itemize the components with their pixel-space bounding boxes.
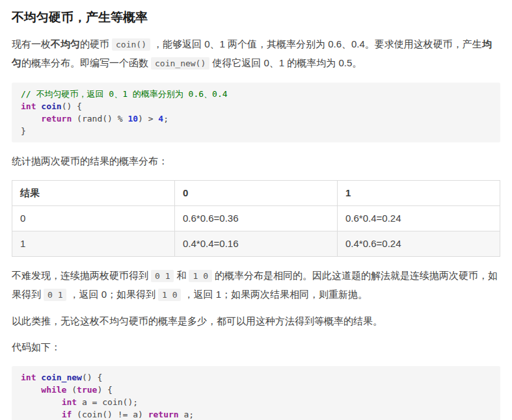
code-token-kw: int <box>62 397 77 407</box>
table-cell: 0 <box>12 206 175 231</box>
code-block-coin: // 不均匀硬币，返回 0、1 的概率分别为 0.6、0.4int coin()… <box>12 83 500 142</box>
inline-code: 0 1 <box>44 289 66 301</box>
code-line: } <box>21 125 491 137</box>
text-run: 的硬币 <box>80 38 109 49</box>
code-token-pl: } <box>21 126 26 136</box>
text-run: 和 <box>176 270 186 281</box>
code-token-pl: ; <box>163 114 168 124</box>
table-row: 10.4*0.4=0.160.4*0.6=0.24 <box>12 231 500 257</box>
code-token-kw: if <box>62 410 72 419</box>
code-token-fn: coin_new <box>41 373 82 382</box>
inline-code: 1 0 <box>158 289 181 301</box>
text-run: ，能够返回 0、1 两个值，其概率分别为 0.6、0.4。要求使用这枚硬币，产生 <box>153 38 482 49</box>
text-run: 现有一枚 <box>12 38 51 49</box>
code-line: if (coin() != a) return a; <box>21 408 491 420</box>
inline-code: 1 0 <box>189 270 211 282</box>
code-token-pl <box>21 410 62 419</box>
code-token-pl: () { <box>62 101 82 111</box>
code-token-pl: ( <box>66 385 77 395</box>
text-run: 的概率分布。即编写一个函数 <box>21 57 148 68</box>
probability-table-body: 00.6*0.6=0.360.6*0.4=0.2410.4*0.4=0.160.… <box>12 206 500 257</box>
code-line: int coin() { <box>21 100 491 112</box>
probability-table: 结果01 00.6*0.6=0.360.6*0.4=0.2410.4*0.4=0… <box>12 180 500 257</box>
code-token-kw: return <box>148 410 179 419</box>
code-token-cm: // 不均匀硬币，返回 0、1 的概率分别为 0.6、0.4 <box>21 89 228 99</box>
code-line: // 不均匀硬币，返回 0、1 的概率分别为 0.6、0.4 <box>21 88 491 100</box>
paragraph-intro: 现有一枚不均匀的硬币coin()，能够返回 0、1 两个值，其概率分别为 0.6… <box>12 35 500 73</box>
code-token-kw: while <box>41 385 66 395</box>
code-token-kw: return <box>41 114 72 124</box>
code-token-kw: int <box>21 101 36 111</box>
table-header-row: 结果01 <box>12 181 500 206</box>
table-header-cell: 结果 <box>12 181 175 206</box>
table-cell: 0.6*0.6=0.36 <box>175 206 338 231</box>
code-token-pl: () { <box>82 373 102 382</box>
code-token-pl: ) { <box>97 385 112 395</box>
text-run: 使得它返回 0、1 的概率均为 0.5。 <box>212 57 362 68</box>
inline-code: 0 1 <box>151 270 174 282</box>
code-token-pl: (rand() % <box>72 114 128 124</box>
code-token-pl: a = coin(); <box>77 397 138 407</box>
bold-text: 不均匀 <box>51 38 80 49</box>
code-line: return (rand() % 10) > 4; <box>21 112 491 125</box>
table-header-cell: 1 <box>338 181 500 206</box>
code-token-pl <box>21 385 41 395</box>
page-title: 不均匀硬币，产生等概率 <box>12 9 500 26</box>
code-token-pl: ) > <box>138 114 158 124</box>
code-token-pl: a; <box>179 410 194 419</box>
inline-code: coin() <box>112 38 150 51</box>
code-line: while (true) { <box>21 384 491 396</box>
paragraph-code-intro: 代码如下： <box>12 338 500 356</box>
code-line: int a = coin(); <box>21 396 491 408</box>
code-token-pl <box>21 397 62 407</box>
table-cell: 0.4*0.6=0.24 <box>338 231 500 257</box>
table-header-cell: 0 <box>175 181 338 206</box>
code-token-kw: true <box>77 385 97 395</box>
code-token-fn: coin <box>41 101 61 111</box>
text-run: ，返回 0；如果得到 <box>69 289 155 300</box>
text-run: 不难发现，连续抛两枚硬币得到 <box>12 270 148 281</box>
paragraph-table-caption: 统计抛两次硬币的结果的概率分布： <box>12 152 500 170</box>
paragraph-analysis: 不难发现，连续抛两枚硬币得到0 1和1 0的概率分布是相同的。因此这道题的解法就… <box>12 267 500 304</box>
table-cell: 0.4*0.4=0.16 <box>175 231 338 257</box>
code-token-kw: int <box>21 373 36 382</box>
probability-table-head: 结果01 <box>12 181 500 206</box>
code-token-pl <box>21 114 41 124</box>
paragraph-conclusion: 以此类推，无论这枚不均匀硬币的概率是多少，都可以用这种方法得到等概率的结果。 <box>12 312 500 330</box>
code-token-num: 4 <box>158 114 163 124</box>
table-cell: 0.6*0.4=0.24 <box>338 206 500 231</box>
table-row: 00.6*0.6=0.360.6*0.4=0.24 <box>12 206 500 231</box>
text-run: ，返回 1；如果两次结果相同，则重新抛。 <box>183 289 368 300</box>
table-cell: 1 <box>12 231 175 257</box>
code-block-coin-new: int coin_new() { while (true) { int a = … <box>12 366 500 420</box>
code-token-num: 10 <box>128 114 138 124</box>
code-token-pl: (coin() != a) <box>72 410 148 419</box>
article: 不均匀硬币，产生等概率 现有一枚不均匀的硬币coin()，能够返回 0、1 两个… <box>0 0 512 420</box>
code-line: int coin_new() { <box>21 371 491 384</box>
inline-code: coin_new() <box>151 57 209 70</box>
